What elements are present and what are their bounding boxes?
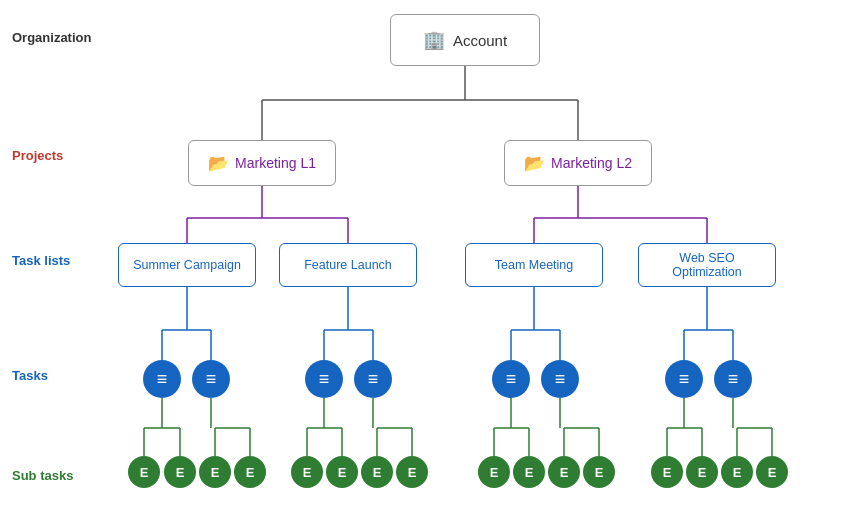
task-circle-4 [354, 360, 392, 398]
list-icon-5 [506, 369, 517, 390]
subtask-circle-14 [686, 456, 718, 488]
e-icon-13 [663, 465, 672, 480]
diagram-container: Organization Projects Task lists Tasks S… [0, 0, 842, 518]
subtask-circle-6 [326, 456, 358, 488]
folder-icon-l2: 📂 [524, 153, 545, 174]
e-icon-2 [176, 465, 185, 480]
list-icon-4 [368, 369, 379, 390]
label-tasklists: Task lists [12, 253, 70, 268]
list-icon-6 [555, 369, 566, 390]
tasklist-feature-launch: Feature Launch [279, 243, 417, 287]
subtask-circle-5 [291, 456, 323, 488]
subtask-circle-16 [756, 456, 788, 488]
e-icon-16 [768, 465, 777, 480]
task-circle-5 [492, 360, 530, 398]
tasklist-4-label: Web SEO Optimization [645, 251, 769, 279]
label-subtasks: Sub tasks [12, 468, 73, 483]
e-icon-4 [246, 465, 255, 480]
e-icon-3 [211, 465, 220, 480]
subtask-circle-11 [548, 456, 580, 488]
subtask-circle-8 [396, 456, 428, 488]
e-icon-8 [408, 465, 417, 480]
subtask-circle-12 [583, 456, 615, 488]
e-icon-5 [303, 465, 312, 480]
subtask-circle-1 [128, 456, 160, 488]
tasklist-2-label: Feature Launch [304, 258, 392, 272]
list-icon-1 [157, 369, 168, 390]
account-label: Account [453, 32, 507, 49]
folder-icon-l1: 📂 [208, 153, 229, 174]
e-icon-10 [525, 465, 534, 480]
e-icon-11 [560, 465, 569, 480]
task-circle-7 [665, 360, 703, 398]
subtask-circle-10 [513, 456, 545, 488]
subtask-circle-13 [651, 456, 683, 488]
tasklist-summer-campaign: Summer Campaign [118, 243, 256, 287]
subtask-circle-2 [164, 456, 196, 488]
subtask-circle-3 [199, 456, 231, 488]
tasklist-web-seo: Web SEO Optimization [638, 243, 776, 287]
task-circle-6 [541, 360, 579, 398]
e-icon-6 [338, 465, 347, 480]
e-icon-7 [373, 465, 382, 480]
e-icon-1 [140, 465, 149, 480]
subtask-circle-9 [478, 456, 510, 488]
e-icon-15 [733, 465, 742, 480]
list-icon-8 [728, 369, 739, 390]
project-l2-node: 📂 Marketing L2 [504, 140, 652, 186]
building-icon: 🏢 [423, 29, 445, 51]
subtask-circle-7 [361, 456, 393, 488]
subtask-circle-15 [721, 456, 753, 488]
task-circle-1 [143, 360, 181, 398]
project-l2-label: Marketing L2 [551, 155, 632, 171]
tasklist-team-meeting: Team Meeting [465, 243, 603, 287]
list-icon-3 [319, 369, 330, 390]
task-circle-8 [714, 360, 752, 398]
task-circle-2 [192, 360, 230, 398]
tasklist-1-label: Summer Campaign [133, 258, 241, 272]
tasklist-3-label: Team Meeting [495, 258, 574, 272]
subtask-circle-4 [234, 456, 266, 488]
e-icon-9 [490, 465, 499, 480]
label-projects: Projects [12, 148, 63, 163]
e-icon-12 [595, 465, 604, 480]
account-node: 🏢 Account [390, 14, 540, 66]
list-icon-7 [679, 369, 690, 390]
label-tasks: Tasks [12, 368, 48, 383]
task-circle-3 [305, 360, 343, 398]
label-organization: Organization [12, 30, 91, 45]
list-icon-2 [206, 369, 217, 390]
e-icon-14 [698, 465, 707, 480]
project-l1-label: Marketing L1 [235, 155, 316, 171]
project-l1-node: 📂 Marketing L1 [188, 140, 336, 186]
